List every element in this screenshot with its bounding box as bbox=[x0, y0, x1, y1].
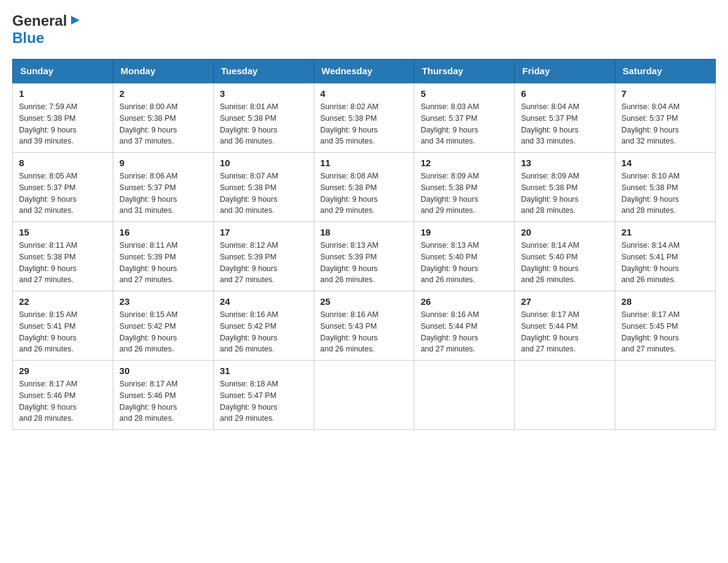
calendar-cell: 16 Sunrise: 8:11 AM Sunset: 5:39 PM Dayl… bbox=[113, 222, 213, 291]
calendar-cell: 1 Sunrise: 7:59 AM Sunset: 5:38 PM Dayli… bbox=[13, 83, 113, 153]
calendar-cell: 20 Sunrise: 8:14 AM Sunset: 5:40 PM Dayl… bbox=[515, 222, 615, 291]
day-info: Sunrise: 8:15 AM Sunset: 5:42 PM Dayligh… bbox=[119, 309, 207, 355]
day-number: 8 bbox=[19, 158, 107, 168]
day-number: 13 bbox=[521, 158, 609, 168]
day-info: Sunrise: 8:00 AM Sunset: 5:38 PM Dayligh… bbox=[119, 101, 207, 147]
day-info: Sunrise: 8:11 AM Sunset: 5:39 PM Dayligh… bbox=[119, 240, 207, 286]
day-header-wednesday: Wednesday bbox=[314, 59, 414, 83]
day-info: Sunrise: 8:14 AM Sunset: 5:40 PM Dayligh… bbox=[521, 240, 609, 286]
calendar-cell: 7 Sunrise: 8:04 AM Sunset: 5:37 PM Dayli… bbox=[615, 83, 716, 153]
calendar-table: SundayMondayTuesdayWednesdayThursdayFrid… bbox=[12, 59, 716, 430]
calendar-cell: 6 Sunrise: 8:04 AM Sunset: 5:37 PM Dayli… bbox=[515, 83, 615, 153]
day-number: 1 bbox=[19, 88, 107, 99]
day-number: 30 bbox=[119, 366, 207, 376]
page-header: General Blue bbox=[12, 12, 716, 47]
calendar-cell bbox=[615, 361, 716, 430]
day-number: 31 bbox=[220, 366, 308, 376]
day-info: Sunrise: 8:17 AM Sunset: 5:44 PM Dayligh… bbox=[521, 309, 609, 355]
calendar-cell: 13 Sunrise: 8:09 AM Sunset: 5:38 PM Dayl… bbox=[515, 153, 615, 222]
day-info: Sunrise: 8:01 AM Sunset: 5:38 PM Dayligh… bbox=[220, 101, 308, 147]
day-number: 10 bbox=[220, 158, 308, 168]
day-info: Sunrise: 8:18 AM Sunset: 5:47 PM Dayligh… bbox=[220, 378, 308, 424]
calendar-cell: 8 Sunrise: 8:05 AM Sunset: 5:37 PM Dayli… bbox=[13, 153, 113, 222]
day-number: 29 bbox=[19, 366, 107, 376]
calendar-cell: 26 Sunrise: 8:16 AM Sunset: 5:44 PM Dayl… bbox=[414, 291, 515, 361]
day-info: Sunrise: 8:16 AM Sunset: 5:42 PM Dayligh… bbox=[220, 309, 308, 355]
day-info: Sunrise: 8:07 AM Sunset: 5:38 PM Dayligh… bbox=[220, 170, 308, 216]
day-info: Sunrise: 8:04 AM Sunset: 5:37 PM Dayligh… bbox=[521, 101, 609, 147]
calendar-week-3: 15 Sunrise: 8:11 AM Sunset: 5:38 PM Dayl… bbox=[13, 222, 716, 291]
calendar-cell: 3 Sunrise: 8:01 AM Sunset: 5:38 PM Dayli… bbox=[213, 83, 314, 153]
day-info: Sunrise: 8:14 AM Sunset: 5:41 PM Dayligh… bbox=[621, 240, 709, 286]
day-number: 3 bbox=[220, 88, 308, 99]
day-info: Sunrise: 8:16 AM Sunset: 5:44 PM Dayligh… bbox=[420, 309, 508, 355]
day-info: Sunrise: 8:05 AM Sunset: 5:37 PM Dayligh… bbox=[19, 170, 107, 216]
calendar-cell: 21 Sunrise: 8:14 AM Sunset: 5:41 PM Dayl… bbox=[615, 222, 716, 291]
calendar-cell: 25 Sunrise: 8:16 AM Sunset: 5:43 PM Dayl… bbox=[314, 291, 414, 361]
calendar-cell: 14 Sunrise: 8:10 AM Sunset: 5:38 PM Dayl… bbox=[615, 153, 716, 222]
day-info: Sunrise: 8:15 AM Sunset: 5:41 PM Dayligh… bbox=[19, 309, 107, 355]
day-number: 27 bbox=[521, 296, 609, 307]
day-number: 19 bbox=[420, 227, 508, 237]
calendar-cell: 28 Sunrise: 8:17 AM Sunset: 5:45 PM Dayl… bbox=[615, 291, 716, 361]
calendar-cell: 4 Sunrise: 8:02 AM Sunset: 5:38 PM Dayli… bbox=[314, 83, 414, 153]
calendar-cell: 30 Sunrise: 8:17 AM Sunset: 5:46 PM Dayl… bbox=[113, 361, 213, 430]
calendar-week-5: 29 Sunrise: 8:17 AM Sunset: 5:46 PM Dayl… bbox=[13, 361, 716, 430]
day-number: 18 bbox=[320, 227, 408, 237]
day-number: 16 bbox=[119, 227, 207, 237]
day-number: 4 bbox=[320, 88, 408, 99]
day-number: 11 bbox=[320, 158, 408, 168]
day-number: 9 bbox=[119, 158, 207, 168]
day-number: 20 bbox=[521, 227, 609, 237]
day-header-saturday: Saturday bbox=[615, 59, 716, 83]
calendar-cell: 18 Sunrise: 8:13 AM Sunset: 5:39 PM Dayl… bbox=[314, 222, 414, 291]
calendar-cell bbox=[314, 361, 414, 430]
day-number: 14 bbox=[621, 158, 709, 168]
logo-triangle-icon bbox=[69, 13, 82, 29]
day-number: 5 bbox=[420, 88, 508, 99]
calendar-cell: 5 Sunrise: 8:03 AM Sunset: 5:37 PM Dayli… bbox=[414, 83, 515, 153]
svg-marker-0 bbox=[71, 16, 80, 25]
calendar-cell: 15 Sunrise: 8:11 AM Sunset: 5:38 PM Dayl… bbox=[13, 222, 113, 291]
calendar-cell: 31 Sunrise: 8:18 AM Sunset: 5:47 PM Dayl… bbox=[213, 361, 314, 430]
day-number: 7 bbox=[621, 88, 709, 99]
day-number: 6 bbox=[521, 88, 609, 99]
day-header-sunday: Sunday bbox=[13, 59, 113, 83]
calendar-cell: 29 Sunrise: 8:17 AM Sunset: 5:46 PM Dayl… bbox=[13, 361, 113, 430]
day-number: 26 bbox=[420, 296, 508, 307]
calendar-cell: 17 Sunrise: 8:12 AM Sunset: 5:39 PM Dayl… bbox=[213, 222, 314, 291]
day-header-thursday: Thursday bbox=[414, 59, 515, 83]
day-number: 2 bbox=[119, 88, 207, 99]
calendar-week-1: 1 Sunrise: 7:59 AM Sunset: 5:38 PM Dayli… bbox=[13, 83, 716, 153]
day-number: 12 bbox=[420, 158, 508, 168]
day-number: 25 bbox=[320, 296, 408, 307]
calendar-cell: 9 Sunrise: 8:06 AM Sunset: 5:37 PM Dayli… bbox=[113, 153, 213, 222]
day-info: Sunrise: 8:17 AM Sunset: 5:46 PM Dayligh… bbox=[19, 378, 107, 424]
calendar-cell: 23 Sunrise: 8:15 AM Sunset: 5:42 PM Dayl… bbox=[113, 291, 213, 361]
day-number: 24 bbox=[220, 296, 308, 307]
calendar-cell: 22 Sunrise: 8:15 AM Sunset: 5:41 PM Dayl… bbox=[13, 291, 113, 361]
day-number: 17 bbox=[220, 227, 308, 237]
day-info: Sunrise: 8:02 AM Sunset: 5:38 PM Dayligh… bbox=[320, 101, 408, 147]
day-info: Sunrise: 8:04 AM Sunset: 5:37 PM Dayligh… bbox=[621, 101, 709, 147]
day-info: Sunrise: 8:13 AM Sunset: 5:40 PM Dayligh… bbox=[420, 240, 508, 286]
day-info: Sunrise: 8:03 AM Sunset: 5:37 PM Dayligh… bbox=[420, 101, 508, 147]
day-info: Sunrise: 8:11 AM Sunset: 5:38 PM Dayligh… bbox=[19, 240, 107, 286]
day-number: 15 bbox=[19, 227, 107, 237]
calendar-week-2: 8 Sunrise: 8:05 AM Sunset: 5:37 PM Dayli… bbox=[13, 153, 716, 222]
day-info: Sunrise: 8:17 AM Sunset: 5:46 PM Dayligh… bbox=[119, 378, 207, 424]
day-header-tuesday: Tuesday bbox=[213, 59, 314, 83]
day-info: Sunrise: 8:13 AM Sunset: 5:39 PM Dayligh… bbox=[320, 240, 408, 286]
day-header-monday: Monday bbox=[113, 59, 213, 83]
logo-general: General bbox=[12, 12, 67, 29]
day-info: Sunrise: 8:08 AM Sunset: 5:38 PM Dayligh… bbox=[320, 170, 408, 216]
calendar-cell: 11 Sunrise: 8:08 AM Sunset: 5:38 PM Dayl… bbox=[314, 153, 414, 222]
calendar-cell: 12 Sunrise: 8:09 AM Sunset: 5:38 PM Dayl… bbox=[414, 153, 515, 222]
day-info: Sunrise: 8:17 AM Sunset: 5:45 PM Dayligh… bbox=[621, 309, 709, 355]
calendar-cell: 10 Sunrise: 8:07 AM Sunset: 5:38 PM Dayl… bbox=[213, 153, 314, 222]
day-info: Sunrise: 8:10 AM Sunset: 5:38 PM Dayligh… bbox=[621, 170, 709, 216]
day-info: Sunrise: 8:06 AM Sunset: 5:37 PM Dayligh… bbox=[119, 170, 207, 216]
day-header-friday: Friday bbox=[515, 59, 615, 83]
day-number: 21 bbox=[621, 227, 709, 237]
day-info: Sunrise: 7:59 AM Sunset: 5:38 PM Dayligh… bbox=[19, 101, 107, 147]
